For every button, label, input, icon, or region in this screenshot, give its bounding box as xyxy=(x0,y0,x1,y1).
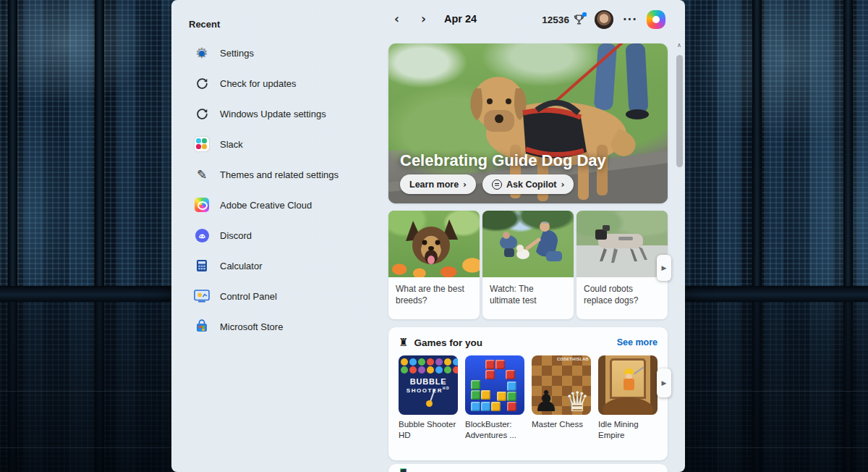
feed-scroll-area: Celebrating Guide Dog Day Learn more› As… xyxy=(388,41,668,472)
sidebar-item-control-panel[interactable]: Control Panel xyxy=(194,281,380,311)
sidebar-item-label: Windows Update settings xyxy=(220,109,326,119)
play-icon: ▶ xyxy=(662,264,667,271)
discord-icon xyxy=(194,227,210,243)
recent-list: ⚙ Settings Check for updates Windows Upd… xyxy=(194,38,380,342)
sidebar-item-label: Slack xyxy=(220,139,243,150)
game-master-chess[interactable]: CODETHISLAB ♟ ♛ Master Chess xyxy=(532,355,591,441)
game-label: Master Chess xyxy=(532,419,591,430)
user-avatar[interactable] xyxy=(595,10,613,29)
sidebar-item-windows-update[interactable]: Windows Update settings xyxy=(194,98,380,129)
sidebar-item-label: Discord xyxy=(220,230,252,241)
story-caption: What are the best breeds? xyxy=(388,277,480,306)
sidebar-item-label: Control Panel xyxy=(220,291,277,302)
sidebar-item-label: Microsoft Store xyxy=(220,321,283,332)
sidebar-item-adobe-cc[interactable]: Adobe Creative Cloud xyxy=(194,190,380,220)
ask-copilot-button[interactable]: Ask Copilot› xyxy=(482,174,574,194)
games-next-arrow-button[interactable]: ▶ xyxy=(657,368,671,397)
widgets-panel: Recent ⚙ Settings Check for updates Wind… xyxy=(171,0,685,472)
pen-icon: ✎ xyxy=(194,167,210,182)
sync-icon xyxy=(194,106,210,122)
sidebar-item-label: Calculator xyxy=(220,261,263,271)
date-label: Apr 24 xyxy=(444,13,477,25)
sync-icon xyxy=(194,75,210,91)
games-title: Games for you xyxy=(414,337,482,348)
scrollbar-up-arrow[interactable]: ∧ xyxy=(675,42,684,49)
hero-title: Celebrating Guide Dog Day xyxy=(400,151,606,170)
game-bubble-shooter[interactable]: BUBBLE SHOOTERHD Bubble Shooter HD xyxy=(399,355,458,441)
settings-gear-icon: ⚙ xyxy=(194,45,210,61)
back-button[interactable]: ‹ xyxy=(394,12,399,26)
game-label: BlockBuster: Adventures ... xyxy=(465,419,524,441)
sidebar-item-microsoft-store[interactable]: Microsoft Store xyxy=(194,311,380,342)
game-blockbuster[interactable]: BlockBuster: Adventures ... xyxy=(465,355,524,441)
story-card-breeds[interactable]: What are the best breeds? xyxy=(388,211,480,319)
games-for-you-card: ♜ Games for you See more BUBBLE SHOOTERH… xyxy=(388,327,668,460)
sidebar-item-label: Themes and related settings xyxy=(220,169,339,180)
chevron-right-icon: › xyxy=(561,180,565,190)
calculator-icon xyxy=(194,258,210,274)
learn-more-button[interactable]: Learn more› xyxy=(400,174,476,194)
game-idle-mining[interactable]: Idle Mining Empire xyxy=(598,355,658,441)
chess-rook-icon: ♜ xyxy=(399,336,408,349)
sidebar-item-label: Check for updates xyxy=(220,78,297,89)
bubble-shooter-tile-art: BUBBLE SHOOTERHD xyxy=(399,355,458,415)
recent-title: Recent xyxy=(189,19,220,30)
sidebar-item-settings[interactable]: ⚙ Settings xyxy=(194,38,380,68)
more-menu-button[interactable]: ··· xyxy=(623,13,637,26)
feed-topbar: ‹ › Apr 24 12536 ··· xyxy=(386,0,685,41)
scrollbar-thumb[interactable] xyxy=(676,55,683,167)
rewards-trophy-icon xyxy=(573,14,585,26)
robot-dog-image xyxy=(576,211,668,277)
partial-card-icon xyxy=(400,468,407,472)
feed-scrollbar[interactable]: ∧ xyxy=(675,42,684,471)
sidebar-item-slack[interactable]: Slack xyxy=(194,129,380,159)
recent-sidebar: Recent ⚙ Settings Check for updates Wind… xyxy=(171,0,386,472)
hero-story-card[interactable]: Celebrating Guide Dog Day Learn more› As… xyxy=(388,43,668,203)
park-image xyxy=(482,211,574,277)
widgets-feed: ‹ › Apr 24 12536 ··· xyxy=(386,0,685,472)
sidebar-item-calculator[interactable]: Calculator xyxy=(194,250,380,281)
control-panel-icon xyxy=(194,288,210,304)
stories-row: What are the best breeds? xyxy=(388,211,668,319)
microsoft-store-icon xyxy=(194,319,210,334)
game-label: Bubble Shooter HD xyxy=(399,419,458,441)
slack-icon xyxy=(194,136,210,152)
chat-bubble-icon xyxy=(492,180,502,190)
rewards-points-button[interactable]: 12536 xyxy=(542,14,585,26)
sidebar-item-themes[interactable]: ✎ Themes and related settings xyxy=(194,159,380,190)
puppy-image xyxy=(388,211,480,277)
games-tiles-row: BUBBLE SHOOTERHD Bubble Shooter HD xyxy=(399,355,658,441)
rewards-points-value: 12536 xyxy=(542,14,569,25)
black-chess-piece: ♟ xyxy=(533,384,559,415)
forward-button[interactable]: › xyxy=(421,12,426,26)
next-widget-card-partial xyxy=(388,464,668,472)
stories-next-arrow-button[interactable]: ▶ xyxy=(657,255,671,281)
sidebar-item-check-updates[interactable]: Check for updates xyxy=(194,68,380,98)
blockbuster-tile-art xyxy=(465,355,524,415)
chevron-right-icon: › xyxy=(463,180,467,190)
adobe-cc-icon xyxy=(194,197,210,213)
hero-buttons: Learn more› Ask Copilot› xyxy=(400,174,574,194)
story-caption: Could robots replace dogs? xyxy=(576,277,668,306)
sidebar-item-label: Adobe Creative Cloud xyxy=(220,200,312,211)
sidebar-item-label: Settings xyxy=(220,48,254,59)
master-chess-tile-art: CODETHISLAB ♟ ♛ xyxy=(532,355,591,415)
game-label: Idle Mining Empire xyxy=(598,419,658,441)
story-card-watch[interactable]: Watch: The ultimate test xyxy=(482,211,574,319)
see-more-link[interactable]: See more xyxy=(617,337,658,347)
copilot-logo-button[interactable] xyxy=(647,10,665,29)
games-header: ♜ Games for you See more xyxy=(399,336,658,349)
topbar-right-cluster: 12536 ··· xyxy=(542,10,665,29)
story-caption: Watch: The ultimate test xyxy=(482,277,574,306)
idle-mining-tile-art xyxy=(598,355,658,415)
story-card-robots[interactable]: Could robots replace dogs? xyxy=(576,211,668,319)
play-icon: ▶ xyxy=(662,379,667,387)
sidebar-item-discord[interactable]: Discord xyxy=(194,220,380,250)
white-chess-piece: ♛ xyxy=(565,386,590,415)
